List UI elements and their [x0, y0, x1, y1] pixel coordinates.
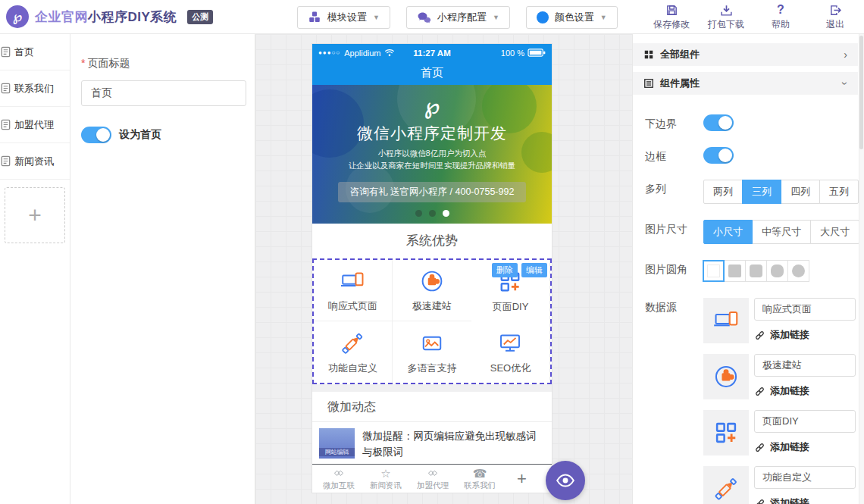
- action-label: 打包下载: [708, 18, 744, 31]
- app-title-secondary: 小程序DIY系统: [88, 10, 177, 24]
- add-link-button[interactable]: 添加链接: [754, 328, 856, 342]
- fast-build-icon[interactable]: [703, 354, 749, 399]
- dropdown-label: 颜色设置: [555, 11, 594, 24]
- feature-label: 页面DIY: [493, 300, 529, 314]
- exit-button[interactable]: 退出: [817, 3, 853, 31]
- banner-subline1: 小程序以微信8亿用户为切入点: [312, 149, 552, 159]
- sidebar-item-contact[interactable]: 联系我们: [0, 70, 70, 107]
- app-title-primary: 企业官网: [35, 10, 88, 24]
- feature-cell-responsive[interactable]: 响应式页面: [314, 260, 393, 321]
- link-icon: [754, 442, 765, 453]
- columns-option-two[interactable]: 两列: [703, 180, 743, 204]
- columns-option-three-selected[interactable]: 三列: [742, 180, 781, 204]
- tab-contact[interactable]: ☎ 联系我们: [456, 467, 503, 491]
- phone-nav-title: 首页: [312, 61, 552, 85]
- banner-heading: 微信小程序定制开发: [312, 123, 552, 144]
- battery-percent: 100 %: [501, 49, 524, 58]
- tab-label: 联系我们: [464, 481, 496, 491]
- beta-badge: 公测: [187, 10, 213, 24]
- columns-option-four[interactable]: 四列: [781, 180, 820, 204]
- radius-option-large[interactable]: [766, 260, 788, 282]
- phone-preview: 11:27 AM ●●●○○ Applidium 100 % 首页 ℘ 微信小程…: [312, 44, 552, 493]
- news-list-item[interactable]: 网站编辑 微加提醒：网页编辑应避免出现敏感词与极限词: [312, 422, 552, 460]
- border-toggle[interactable]: [703, 147, 734, 164]
- radius-option-medium[interactable]: [745, 260, 767, 282]
- datasource-title-input[interactable]: [754, 354, 856, 377]
- bottom-border-toggle[interactable]: [703, 114, 734, 131]
- tabbar-add-button[interactable]: +: [517, 469, 527, 489]
- edit-component-button[interactable]: 编辑: [521, 263, 547, 277]
- add-link-button[interactable]: 添加链接: [754, 384, 856, 398]
- carousel-dot: [429, 210, 436, 217]
- responsive-page-icon: [339, 268, 366, 295]
- props-list-icon: [643, 78, 654, 89]
- feature-label: 功能自定义: [328, 362, 377, 375]
- feature-label: 极速建站: [412, 299, 452, 313]
- page-doc-icon: [0, 46, 11, 58]
- image-size-large[interactable]: 大尺寸: [810, 220, 859, 244]
- component-inspector: 全部组件 › 组件属性 › 下边界 边框 多列 两列 三列 四列: [632, 34, 864, 504]
- chevron-down-icon: ▼: [493, 14, 499, 21]
- page-doc-icon: [0, 155, 11, 167]
- news-thumb-caption: 网站编辑: [319, 448, 355, 456]
- seo-icon: [496, 330, 524, 357]
- set-homepage-label: 设为首页: [119, 128, 161, 142]
- feature-cell-custom[interactable]: 功能自定义: [314, 321, 393, 383]
- datasource-title-input[interactable]: [754, 410, 856, 433]
- radius-option-circle[interactable]: [787, 260, 809, 282]
- sidebar-item-news[interactable]: 新闻资讯: [0, 143, 70, 180]
- set-homepage-toggle[interactable]: [81, 127, 111, 143]
- save-button[interactable]: 保存修改: [653, 3, 690, 31]
- header-actions: 保存修改 打包下载 ? 帮助 退出: [653, 3, 853, 31]
- page-diy-icon[interactable]: [703, 410, 749, 455]
- all-components-header[interactable]: 全部组件 ›: [633, 43, 858, 66]
- add-link-button[interactable]: 添加链接: [754, 496, 856, 504]
- radius-option-none-selected[interactable]: [703, 260, 725, 282]
- battery-icon: [527, 49, 546, 57]
- feature-cell-seo[interactable]: SEO优化: [471, 321, 550, 383]
- tab-news[interactable]: ☆ 新闻资讯: [362, 467, 409, 491]
- add-link-button[interactable]: 添加链接: [754, 440, 856, 454]
- banner-contact-pill: 咨询有礼 送官网小程序 / 400-0755-992: [338, 182, 527, 202]
- responsive-page-icon[interactable]: [703, 298, 749, 343]
- component-props-header[interactable]: 组件属性 ›: [633, 72, 858, 95]
- datasource-item: 添加链接: [703, 410, 856, 455]
- miniprogram-config-dropdown[interactable]: 小程序配置 ▼: [406, 6, 510, 29]
- action-label: 退出: [826, 18, 844, 31]
- preview-eye-button[interactable]: [546, 461, 585, 500]
- download-icon: [720, 3, 733, 17]
- inspector-scrollbar[interactable]: [859, 34, 864, 504]
- radius-option-small[interactable]: [724, 260, 746, 282]
- download-button[interactable]: 打包下载: [708, 3, 744, 31]
- star-icon: ☆: [380, 467, 390, 480]
- tab-weijia[interactable]: 微加互联: [315, 467, 362, 491]
- datasource-title-input[interactable]: [754, 466, 856, 489]
- color-settings-dropdown[interactable]: 颜色设置 ▼: [526, 6, 618, 29]
- columns-option-five[interactable]: 五列: [819, 180, 859, 204]
- sidebar-item-home[interactable]: 首页: [0, 34, 70, 70]
- help-button[interactable]: ? 帮助: [762, 3, 799, 31]
- datasource-title-input[interactable]: [754, 298, 856, 321]
- page-title-input[interactable]: [81, 80, 246, 106]
- image-size-medium[interactable]: 中等尺寸: [752, 220, 811, 244]
- page-title-label-text: 页面标题: [87, 57, 130, 69]
- save-icon: [665, 3, 678, 17]
- module-settings-dropdown[interactable]: 模块设置 ▼: [297, 6, 390, 29]
- signal-dots-icon: ●●●○○: [318, 49, 340, 56]
- wifi-icon: [384, 49, 395, 57]
- logo-icon: ℘: [6, 5, 29, 28]
- sidebar-item-agency[interactable]: 加盟代理: [0, 107, 70, 143]
- banner-component[interactable]: ℘ 微信小程序定制开发 小程序以微信8亿用户为切入点 让企业以及商家在短时间里实…: [312, 85, 552, 224]
- tab-agency[interactable]: 加盟代理: [409, 467, 456, 491]
- carrier-label: Applidium: [344, 49, 380, 58]
- feature-cell-multilang[interactable]: 多语言支持: [393, 321, 471, 383]
- fast-build-icon: [418, 268, 446, 295]
- required-asterisk: *: [81, 57, 85, 69]
- add-page-button[interactable]: +: [5, 187, 65, 243]
- custom-function-icon[interactable]: [703, 466, 749, 504]
- delete-component-button[interactable]: 删除: [492, 263, 518, 277]
- advantages-grid-component-selected[interactable]: 删除 编辑 响应式页面 极速建站 页面DIY 功能自定义: [312, 258, 552, 384]
- columns-label: 多列: [645, 180, 703, 204]
- image-size-small-selected[interactable]: 小尺寸: [703, 220, 753, 244]
- feature-cell-fast-build[interactable]: 极速建站: [393, 260, 471, 321]
